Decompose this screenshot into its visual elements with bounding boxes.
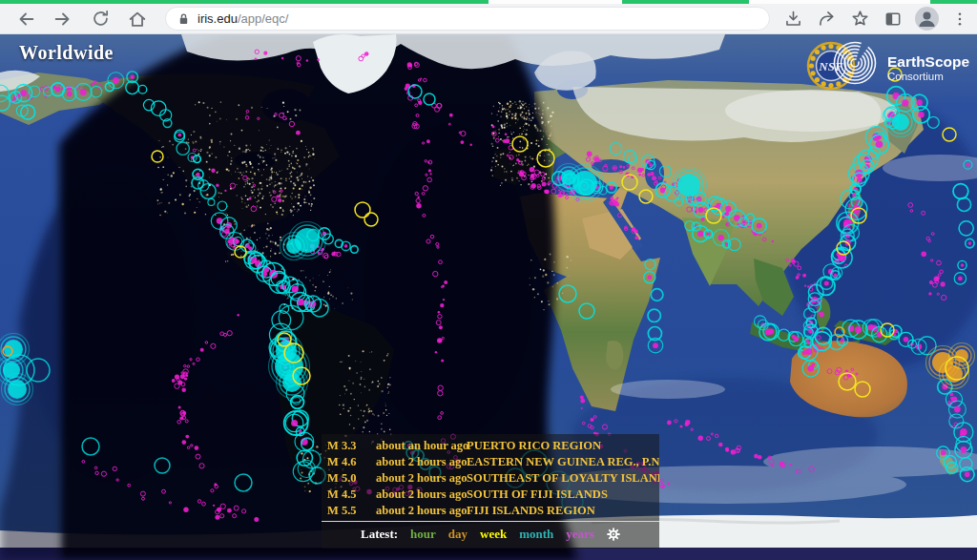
recent-events-panel: M 3.3about an hour agoPUERTO RICO REGION…: [322, 434, 659, 549]
event-row[interactable]: M 4.6about 2 hours agoEASTERN NEW GUINEA…: [322, 454, 659, 470]
consortium-wordmark: Consortium: [887, 71, 944, 82]
event-mag: M 3.3: [327, 438, 376, 454]
event-list: M 3.3about an hour agoPUERTO RICO REGION…: [322, 434, 659, 519]
address-bar[interactable]: iris.edu/app/eqc/: [165, 7, 770, 31]
reload-button[interactable]: [89, 8, 112, 31]
side-panel-button[interactable]: [882, 8, 904, 31]
home-icon: [127, 9, 148, 30]
event-row[interactable]: M 4.5about 2 hours agoSOUTH OF FIJI ISLA…: [322, 487, 659, 503]
latest-bar: Latest: hourdayweekmonthyears: [322, 522, 659, 546]
event-time: about an hour ago: [376, 438, 467, 454]
home-button[interactable]: [126, 8, 149, 31]
event-time: about 2 hours ago: [376, 487, 467, 503]
earthscope-wordmark: EarthScope: [887, 53, 970, 70]
event-location: FIJI ISLANDS REGION: [467, 503, 659, 519]
profile-button[interactable]: [915, 7, 939, 31]
latest-option-hour[interactable]: hour: [410, 527, 436, 542]
event-location: SOUTHEAST OF LOYALTY ISLANDS: [467, 470, 659, 487]
back-button[interactable]: [14, 8, 37, 31]
forward-button[interactable]: [52, 8, 74, 31]
event-row[interactable]: M 5.5about 2 hours agoFIJI ISLANDS REGIO…: [322, 503, 659, 519]
download-icon: [783, 9, 803, 29]
reload-icon: [91, 9, 111, 29]
event-time: about 2 hours ago: [376, 503, 467, 519]
latest-label: Latest:: [361, 527, 398, 542]
lock-icon[interactable]: [177, 12, 190, 26]
map-region-title: Worldwide: [19, 42, 114, 64]
menu-button[interactable]: [948, 8, 971, 31]
back-arrow-icon: [15, 9, 36, 30]
settings-button[interactable]: [607, 528, 620, 541]
url-text[interactable]: iris.edu/app/eqc/: [197, 11, 288, 26]
browser-toolbar: iris.edu/app/eqc/: [0, 4, 977, 34]
event-location: SOUTH OF FIJI ISLANDS: [467, 487, 659, 503]
event-mag: M 4.6: [327, 454, 376, 470]
bookmark-button[interactable]: [848, 8, 871, 31]
profile-icon: [915, 7, 939, 31]
latest-options: hourdayweekmonthyears: [410, 527, 594, 542]
event-location: PUERTO RICO REGION: [467, 438, 659, 454]
download-button[interactable]: [781, 8, 804, 31]
browser-window: iris.edu/app/eqc/: [0, 0, 977, 560]
event-time: about 2 hours ago: [376, 470, 467, 487]
kebab-menu-icon: [951, 10, 968, 28]
latest-option-years[interactable]: years: [566, 527, 594, 542]
logo-group[interactable]: NSF EarthScope Consortium: [805, 36, 973, 95]
event-row[interactable]: M 5.0about 2 hours agoSOUTHEAST OF LOYAL…: [322, 470, 659, 487]
event-time: about 2 hours ago: [376, 454, 467, 470]
forward-arrow-icon: [52, 9, 73, 30]
url-domain: iris.edu: [197, 11, 238, 26]
world-map[interactable]: Worldwide NSF EarthScope Consortium M 3.…: [0, 34, 977, 560]
event-mag: M 5.0: [327, 470, 376, 487]
event-location: EASTERN NEW GUINEA REG., P.N.G.: [467, 454, 659, 470]
event-row[interactable]: M 3.3about an hour agoPUERTO RICO REGION: [322, 438, 659, 454]
event-mag: M 4.5: [327, 487, 376, 503]
side-panel-icon: [883, 10, 903, 29]
gear-icon: [607, 528, 620, 541]
latest-option-day[interactable]: day: [448, 527, 468, 542]
share-icon: [817, 9, 837, 29]
latest-option-month[interactable]: month: [519, 527, 553, 542]
star-icon: [850, 9, 870, 29]
url-path: /app/eqc/: [238, 11, 289, 26]
event-mag: M 5.5: [327, 503, 376, 519]
share-button[interactable]: [815, 8, 838, 31]
latest-option-week[interactable]: week: [480, 527, 507, 542]
